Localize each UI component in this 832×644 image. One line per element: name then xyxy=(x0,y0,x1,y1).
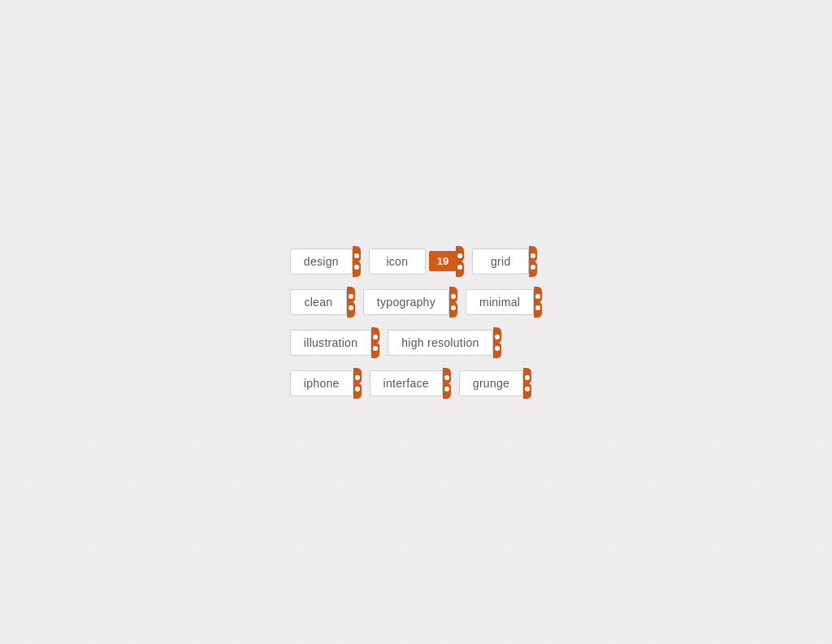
tag-row-2: clean typography minimal xyxy=(290,287,542,318)
tag-iphone-label[interactable]: iphone xyxy=(290,370,353,396)
svg-point-9 xyxy=(451,305,456,310)
connector-icon xyxy=(353,368,362,399)
tag-design-label[interactable]: design xyxy=(290,249,353,274)
tags-container: design icon 19 grid xyxy=(290,246,542,399)
svg-point-20 xyxy=(525,375,530,380)
tag-illustration-label[interactable]: illustration xyxy=(290,330,371,356)
tag-minimal-label[interactable]: minimal xyxy=(466,289,534,315)
connector-icon xyxy=(449,287,457,318)
tag-row-4: iphone interface grunge xyxy=(290,368,531,399)
svg-point-0 xyxy=(354,253,359,258)
svg-point-13 xyxy=(373,346,378,351)
tag-grid[interactable]: grid xyxy=(472,246,537,277)
tag-high-resolution-label[interactable]: high resolution xyxy=(388,330,492,356)
svg-point-19 xyxy=(444,387,449,391)
tag-iphone[interactable]: iphone xyxy=(290,368,362,399)
tag-typography[interactable]: typography xyxy=(363,287,457,318)
svg-point-6 xyxy=(349,294,353,299)
svg-point-4 xyxy=(531,253,535,258)
connector-icon xyxy=(534,287,542,318)
svg-point-16 xyxy=(355,375,360,380)
svg-point-5 xyxy=(531,265,535,270)
tag-grunge-label[interactable]: grunge xyxy=(459,370,523,396)
svg-point-12 xyxy=(373,335,378,339)
tag-row-3: illustration high resolution xyxy=(290,327,501,358)
svg-point-21 xyxy=(525,387,530,391)
tag-icon-label[interactable]: icon xyxy=(369,249,426,274)
tag-icon[interactable]: icon 19 xyxy=(369,246,464,277)
connector-icon xyxy=(456,246,464,277)
connector-icon xyxy=(371,327,379,358)
connector-icon xyxy=(347,287,355,318)
svg-point-10 xyxy=(535,294,540,299)
tag-grid-label[interactable]: grid xyxy=(472,249,529,274)
tag-clean-label[interactable]: clean xyxy=(290,289,347,315)
svg-point-11 xyxy=(535,305,540,310)
tag-illustration[interactable]: illustration xyxy=(290,327,379,358)
connector-icon xyxy=(353,246,361,277)
svg-point-3 xyxy=(457,265,462,270)
svg-point-17 xyxy=(355,387,360,391)
tag-high-resolution[interactable]: high resolution xyxy=(388,327,500,358)
svg-point-8 xyxy=(451,294,456,299)
tag-design[interactable]: design xyxy=(290,246,361,277)
svg-point-18 xyxy=(444,375,449,380)
tag-clean[interactable]: clean xyxy=(290,287,355,318)
tag-interface[interactable]: interface xyxy=(370,368,451,399)
connector-icon xyxy=(493,327,501,358)
connector-icon xyxy=(443,368,451,399)
svg-point-15 xyxy=(495,346,500,351)
svg-point-2 xyxy=(457,253,462,258)
tag-icon-badge: 19 xyxy=(429,251,457,271)
tag-interface-label[interactable]: interface xyxy=(370,370,443,396)
tag-minimal[interactable]: minimal xyxy=(466,287,542,318)
connector-icon xyxy=(523,368,531,399)
svg-point-1 xyxy=(354,265,359,270)
svg-point-14 xyxy=(495,335,500,339)
svg-point-7 xyxy=(349,305,353,310)
tag-row-1: design icon 19 grid xyxy=(290,246,537,277)
tag-typography-label[interactable]: typography xyxy=(363,289,449,315)
tag-grunge[interactable]: grunge xyxy=(459,368,531,399)
connector-icon xyxy=(529,246,537,277)
